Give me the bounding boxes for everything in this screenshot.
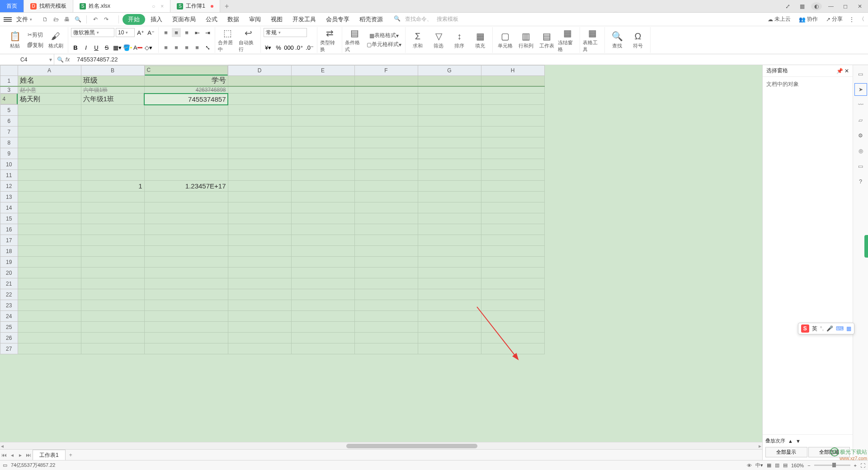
cell-F8[interactable] [354, 137, 418, 148]
cell-C1[interactable]: 学号 [144, 75, 228, 86]
menu-view[interactable]: 视图 [266, 14, 287, 25]
cell-C8[interactable] [144, 137, 228, 148]
menu-page[interactable]: 页面布局 [168, 14, 200, 25]
cell-H13[interactable] [481, 192, 544, 202]
window-close[interactable]: ✕ [854, 2, 865, 10]
cell-A6[interactable] [18, 116, 81, 127]
sum-button[interactable]: Σ求和 [408, 28, 427, 53]
cell-A26[interactable] [18, 333, 81, 343]
cell-G22[interactable] [418, 289, 481, 300]
zoom-in-icon[interactable]: + [854, 463, 857, 468]
cell-B9[interactable] [81, 148, 144, 159]
clear-format-button[interactable]: ◇▾ [144, 43, 153, 52]
cell-B26[interactable] [81, 333, 144, 343]
cell-F9[interactable] [354, 148, 418, 159]
row-header-11[interactable]: 11 [0, 170, 18, 181]
cell-C6[interactable] [144, 116, 228, 127]
cell-D10[interactable] [228, 159, 291, 170]
cell-G15[interactable] [418, 213, 481, 224]
cell-E16[interactable] [291, 224, 354, 235]
cell-H21[interactable] [481, 278, 544, 289]
cell-F21[interactable] [354, 278, 418, 289]
align-center-icon[interactable]: ≡ [172, 43, 181, 52]
cell-E17[interactable] [291, 235, 354, 246]
row-header-1[interactable]: 1 [0, 75, 18, 86]
view-normal-icon[interactable]: ▦ [767, 462, 771, 468]
cell-C5[interactable] [144, 105, 228, 116]
cell-E22[interactable] [291, 289, 354, 300]
panel-close-icon[interactable]: ✕ [844, 68, 849, 74]
menu-vip[interactable]: 会员专享 [321, 14, 354, 25]
cell-H22[interactable] [481, 289, 544, 300]
cell-F26[interactable] [354, 333, 418, 343]
font-grow-icon[interactable]: A⁺ [136, 28, 145, 37]
symbol-button[interactable]: Ω符号 [628, 28, 647, 53]
zoom-out-icon[interactable]: − [807, 463, 810, 468]
cell-A13[interactable] [18, 192, 81, 202]
ime-keyboard-icon[interactable]: ⌨ [836, 325, 844, 332]
cell-D6[interactable] [228, 116, 291, 127]
row-header-10[interactable]: 10 [0, 159, 18, 170]
rail-slider-handle[interactable] [864, 235, 868, 258]
cell-F5[interactable] [354, 105, 418, 116]
cell-B6[interactable] [81, 116, 144, 127]
cell-G8[interactable] [418, 137, 481, 148]
cell-G14[interactable] [418, 202, 481, 213]
copy-button[interactable]: 🗐 复制 [26, 41, 44, 50]
cell-D8[interactable] [228, 137, 291, 148]
cell-H3[interactable] [481, 86, 544, 94]
rail-location-icon[interactable]: ◎ [856, 146, 865, 155]
cell-H8[interactable] [481, 137, 544, 148]
cell-F17[interactable] [354, 235, 418, 246]
titlebar-option-2[interactable]: ▦ [797, 2, 807, 10]
cell-H16[interactable] [481, 224, 544, 235]
ime-grid-icon[interactable]: ▦ [846, 325, 851, 332]
cell-A15[interactable] [18, 213, 81, 224]
cell-E24[interactable] [291, 311, 354, 322]
cell-E12[interactable] [291, 181, 354, 192]
cell-H12[interactable] [481, 181, 544, 192]
cell-C13[interactable] [144, 192, 228, 202]
bring-forward-icon[interactable]: ▲ [788, 438, 793, 444]
cell-button[interactable]: ▢单元格 [495, 28, 514, 53]
cond-format-button[interactable]: ▤条件格式 [345, 28, 364, 53]
cell-E26[interactable] [291, 333, 354, 343]
titlebar-option-1[interactable]: ⑇ [782, 2, 793, 10]
cell-F20[interactable] [354, 268, 418, 278]
cell-C4[interactable]: 7455374857 [144, 94, 228, 105]
cell-C17[interactable] [144, 235, 228, 246]
share-button[interactable]: ↗分享 [824, 14, 844, 24]
cell-E19[interactable] [291, 257, 354, 268]
cell-B22[interactable] [81, 289, 144, 300]
cell-G13[interactable] [418, 192, 481, 202]
window-maximize[interactable]: ◻ [840, 2, 851, 10]
cell-A7[interactable] [18, 127, 81, 137]
cell-B13[interactable] [81, 192, 144, 202]
cell-G23[interactable] [418, 300, 481, 311]
cell-C3[interactable]: 4263746898 [144, 86, 228, 94]
cell-D3[interactable] [228, 86, 291, 94]
qa-open-icon[interactable]: 🗁 [52, 15, 60, 24]
cell-B8[interactable] [81, 137, 144, 148]
name-box[interactable]: C4▾ [0, 54, 54, 65]
cell-D9[interactable] [228, 148, 291, 159]
font-name-select[interactable]: 微软雅黑▾ [71, 28, 114, 37]
cell-H25[interactable] [481, 322, 544, 333]
ime-mic-icon[interactable]: 🎤 [826, 325, 833, 332]
fill-color-button[interactable]: 🪣 [123, 43, 132, 52]
cloud-status[interactable]: ☁未上云 [766, 14, 793, 24]
menu-data[interactable]: 数据 [223, 14, 244, 25]
align-right-icon[interactable]: ≡ [182, 43, 191, 52]
cell-D17[interactable] [228, 235, 291, 246]
cell-D19[interactable] [228, 257, 291, 268]
cell-F10[interactable] [354, 159, 418, 170]
cell-B4[interactable]: 六年级1班 [81, 94, 144, 105]
view-break-icon[interactable]: ▤ [783, 462, 788, 468]
cell-D20[interactable] [228, 268, 291, 278]
font-color-button[interactable]: A [133, 43, 142, 52]
cell-H18[interactable] [481, 246, 544, 257]
cell-H6[interactable] [481, 116, 544, 127]
sheet-nav-last[interactable]: ⏭ [24, 452, 33, 458]
cell-E21[interactable] [291, 278, 354, 289]
type-convert-button[interactable]: ⇄类型转换 [320, 28, 339, 53]
